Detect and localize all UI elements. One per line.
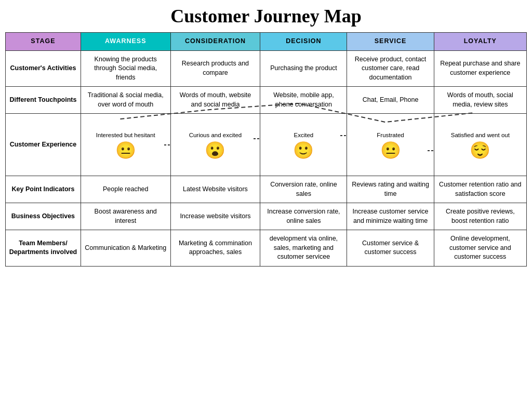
- label-team-members: Team Members/ Departments involved: [6, 230, 81, 267]
- cell-different-touchpoints-awarness: Traditional & social media, over word of…: [81, 87, 170, 114]
- cell-different-touchpoints-decision: Website, mobile app, phone conversation: [260, 87, 347, 114]
- cell-team-members-decision: development via online, sales, marketing…: [260, 230, 347, 267]
- cell-experience-awarness: Interested but hesitant 😐: [81, 114, 170, 176]
- header-decision: DECISION: [260, 33, 347, 51]
- label-customers-activities: Customer's Activities: [6, 50, 81, 87]
- row-customer-experience: Customer Experience Interested but hesit…: [6, 114, 527, 176]
- header-service: SERVICE: [347, 33, 434, 51]
- label-customer-experience: Customer Experience: [6, 114, 81, 176]
- row-business-objectives: Business Objectives Boost awareness and …: [6, 203, 527, 230]
- cell-experience-loyalty: Satisfied and went out 😌: [434, 114, 526, 176]
- header-consideration: CONSIDERATION: [170, 33, 260, 51]
- cell-customers-activities-loyalty: Repeat purchase and share customer exper…: [434, 50, 526, 87]
- row-team-members: Team Members/ Departments involved Commu…: [6, 230, 527, 267]
- row-key-point-indicators: Key Point Indicators People reached Late…: [6, 176, 527, 203]
- row-different-touchpoints: Different Touchpoints Traditional & soci…: [6, 87, 527, 114]
- cell-customers-activities-service: Receive product, contact customer care, …: [347, 50, 434, 87]
- header-row: STAGE AWARNESS CONSIDERATION DECISION SE…: [6, 33, 527, 51]
- cell-key-point-indicators-consideration: Latest Website visitors: [170, 176, 260, 203]
- cell-experience-service: Frustrated 😐: [347, 114, 434, 176]
- cell-business-objectives-loyalty: Create positive reviews, boost retention…: [434, 203, 526, 230]
- cell-different-touchpoints-service: Chat, Email, Phone: [347, 87, 434, 114]
- cell-different-touchpoints-loyalty: Words of mouth, social media, review sit…: [434, 87, 526, 114]
- label-different-touchpoints: Different Touchpoints: [6, 87, 81, 114]
- cell-team-members-loyalty: Online development, customer service and…: [434, 230, 526, 267]
- label-business-objectives: Business Objectives: [6, 203, 81, 230]
- cell-key-point-indicators-loyalty: Customer retention ratio and satisfactio…: [434, 176, 526, 203]
- label-key-point-indicators: Key Point Indicators: [6, 176, 81, 203]
- cell-business-objectives-service: Increase customer service and minimize w…: [347, 203, 434, 230]
- cell-key-point-indicators-service: Reviews rating and waiting time: [347, 176, 434, 203]
- cell-key-point-indicators-decision: Conversion rate, online sales: [260, 176, 347, 203]
- cell-team-members-awarness: Communication & Marketing: [81, 230, 170, 267]
- header-loyalty: LOYALTY: [434, 33, 526, 51]
- cell-different-touchpoints-consideration: Words of mouth, website and social media: [170, 87, 260, 114]
- cell-customers-activities-decision: Purchasing the product: [260, 50, 347, 87]
- header-stage: STAGE: [6, 33, 81, 51]
- page-title: Customer Journey Map: [5, 5, 527, 27]
- cell-experience-decision: Excited 🙂: [260, 114, 347, 176]
- header-awarness: AWARNESS: [81, 33, 170, 51]
- journey-map-table: STAGE AWARNESS CONSIDERATION DECISION SE…: [5, 32, 527, 267]
- row-customers-activities: Customer's Activities Knowing the produc…: [6, 50, 527, 87]
- cell-team-members-consideration: Marketing & commination approaches, sale…: [170, 230, 260, 267]
- cell-team-members-service: Customer service & customer success: [347, 230, 434, 267]
- cell-business-objectives-consideration: Increase website visitors: [170, 203, 260, 230]
- cell-customers-activities-awarness: Knowing the products through Social medi…: [81, 50, 170, 87]
- cell-key-point-indicators-awarness: People reached: [81, 176, 170, 203]
- cell-experience-consideration: Curious and excited 😮: [170, 114, 260, 176]
- cell-customers-activities-consideration: Research products and compare: [170, 50, 260, 87]
- cell-business-objectives-awarness: Boost awareness and interest: [81, 203, 170, 230]
- cell-business-objectives-decision: Increase conversion rate, online sales: [260, 203, 347, 230]
